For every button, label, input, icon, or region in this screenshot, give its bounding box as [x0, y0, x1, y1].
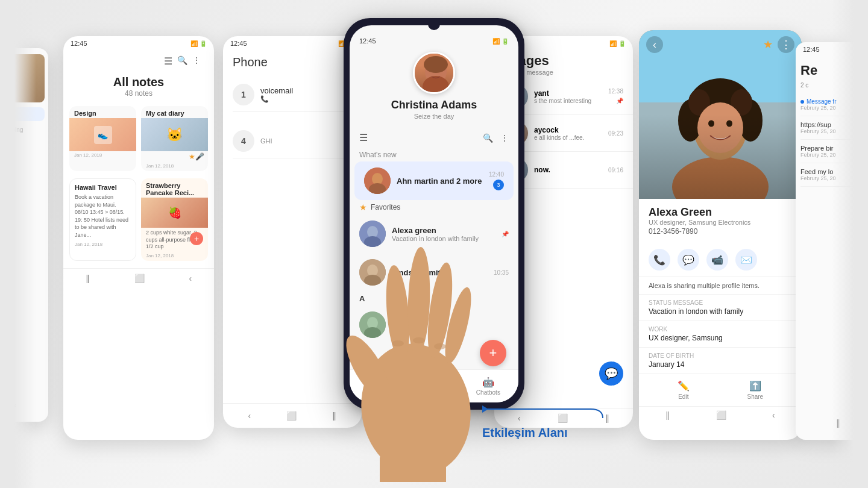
messages-toolbar: ☰ 🔍 ⋮ [350, 127, 518, 148]
nav-item-home[interactable]: ⬜ [134, 274, 145, 283]
home-back-btn[interactable]: ‹ [456, 386, 459, 396]
msgs-right-content-0: yant s the most interesting [534, 89, 591, 104]
phone-num-4: 4 [233, 130, 254, 152]
notes-time: 12:45 [71, 40, 87, 47]
home-indicator: ‖ ‹ [409, 384, 459, 398]
contact-dob-label: Date of birth [649, 352, 792, 359]
contact-back-btn[interactable]: ‹ [646, 36, 663, 53]
phone-time: 12:45 [230, 40, 247, 47]
nav-contacts[interactable]: 👤 Contacts [368, 377, 391, 396]
phone-nav-back[interactable]: ‹ [248, 411, 251, 421]
msgs-right-name-0: yant [534, 89, 591, 98]
msg-content-alexa: Alexa green Vacation in london with fami… [392, 226, 495, 242]
view-all-link[interactable]: View all [0, 111, 41, 117]
msg-item-ahn[interactable]: Ahn martin and 2 more 12:40 3 [354, 161, 514, 200]
contact-edit-btn[interactable]: ✏️ Edit [678, 380, 690, 400]
nav-item-back[interactable]: ‹ [189, 274, 192, 283]
contact-email-btn[interactable]: ✉️ [735, 249, 757, 271]
contact-status-section: Status message Vacation in london with f… [639, 294, 802, 321]
chat-fab-btn[interactable]: 💬 [599, 361, 623, 386]
contact-work-label: Work [649, 326, 792, 333]
msgs-right-time-2: 09:16 [608, 167, 623, 174]
note-add-btn[interactable]: + [190, 232, 203, 245]
note-hawaii[interactable]: Hawaii Travel Book a vacation package to… [69, 178, 136, 261]
note-cat[interactable]: My cat diary 🐱 ★ 🎤 Jan 12, 2018 [141, 106, 208, 171]
messages-menu-icon[interactable]: ☰ [359, 132, 368, 143]
phone-missed[interactable]: 4 GHI [233, 124, 352, 158]
far-right-msg-2[interactable]: Prepare bir Februry 25, 20 [800, 140, 868, 163]
contact-work-section: Work UX designer, Samsung [639, 321, 802, 347]
contact-photo: ‹ ★ ⋮ [639, 30, 802, 199]
contact-nav-recent[interactable]: ‖ [665, 410, 670, 420]
contact-work-value: UX designer, Samsung [649, 334, 792, 342]
contact-actions: 📞 💬 📹 ✉️ [639, 243, 802, 277]
msg-item-aga[interactable]: Aga [350, 305, 518, 344]
note-pancake-title: Strawberry Pancake Reci... [141, 178, 208, 198]
msg-item-lindsey[interactable]: Lindsey Smith 10:35 [350, 253, 518, 292]
contact-call-btn[interactable]: 📞 [649, 249, 670, 271]
contact-nav-back[interactable]: ‹ [772, 410, 775, 420]
far-right-nav[interactable]: ‖ [836, 418, 840, 428]
fab-button[interactable]: + [480, 340, 506, 366]
note-hawaii-title: Hawaii Travel [75, 184, 131, 191]
msgs-right-content-1: aycock e all kinds of ...fee. [534, 126, 584, 141]
msg-badge-ahn: 3 [493, 180, 504, 190]
nav-item-recent[interactable]: ‖ [86, 274, 90, 283]
far-right-title: Re [800, 63, 868, 78]
far-right-sub: 2 c [800, 82, 868, 89]
more-icon[interactable]: ⋮ [192, 55, 201, 67]
home-home-btn[interactable] [428, 384, 441, 398]
msg-content-lindsey: Lindsey Smith [392, 268, 488, 277]
note-cat-img: 🐱 [141, 118, 208, 151]
note-design[interactable]: Design 👟 Jan 12, 2018 [69, 106, 136, 171]
phone-nav-home[interactable]: ⬜ [286, 411, 297, 421]
nav-chatbots[interactable]: 🤖 Chatbots [476, 377, 500, 396]
messages-list: Ahn martin and 2 more 12:40 3 ★ Favorite… [350, 161, 518, 402]
msgs-right-meta-0: 12:38 📌 [608, 88, 623, 105]
msg-time-ahn: 12:40 [489, 171, 504, 178]
note-pancake[interactable]: Strawberry Pancake Reci... 🍓 2 cups whit… [141, 178, 208, 261]
phone-nav-recent[interactable]: ‖ [332, 411, 336, 421]
phone-num-1: 1 [233, 84, 254, 105]
msg-preview-alexa: Vacation in london with family [392, 235, 495, 242]
profile-avatar[interactable] [413, 52, 455, 94]
contact-share-btn[interactable]: ⬆️ Share [747, 380, 763, 400]
msg-meta-alexa: 📌 [502, 231, 509, 237]
contact-favorite-star[interactable]: ★ [763, 38, 773, 51]
notes-bottom-nav: ‖ ⬜ ‹ [63, 268, 214, 286]
far-right-msg-3[interactable]: Feed my lo Februry 25, 20 [800, 163, 868, 187]
far-right-label-3: Feed my lo [800, 168, 868, 175]
contact-nav-home[interactable]: ⬜ [716, 410, 726, 420]
notes-status-icons: 📶🔋 [190, 40, 207, 47]
main-phone-device: 12:45 📶 🔋 [344, 18, 524, 410]
msgs-right-name-1: aycock [534, 126, 584, 134]
notes-grid: Design 👟 Jan 12, 2018 My cat diary 🐱 ★ 🎤… [63, 106, 214, 261]
contact-more-btn[interactable]: ⋮ [778, 36, 794, 53]
contact-sharing-note: Alexa is sharing multiple profile items. [639, 277, 802, 294]
far-right-msg-1[interactable]: https://sup Februry 25, 20 [800, 116, 868, 140]
contact-toolbar: ‹ ★ ⋮ [639, 30, 802, 59]
msg-item-alexa[interactable]: Alexa green Vacation in london with fami… [350, 214, 518, 253]
note-design-title: Design [69, 106, 136, 118]
phone-status-bar: 12:45 📶🔋 [223, 36, 362, 51]
hamburger-icon[interactable]: ☰ [164, 55, 172, 67]
contact-phone[interactable]: 012-3456-7890 [649, 227, 792, 236]
nav-prev[interactable]: ‹ [14, 400, 17, 410]
home-recent-btn[interactable]: ‖ [409, 386, 414, 397]
contact-msg-btn[interactable]: 💬 [678, 249, 699, 271]
messages-search-icon[interactable]: 🔍 [483, 133, 493, 143]
whats-new-label: What's new [350, 148, 518, 161]
screen-far-left: $80 48 View all 🛒 Shopping ‹ [0, 48, 48, 422]
phone-voicemail[interactable]: 1 voicemail 📞 [233, 78, 352, 112]
contact-video-btn[interactable]: 📹 [706, 249, 728, 271]
far-right-date-0: Februry 25, 20 [800, 105, 868, 111]
msg-name-alexa: Alexa green [392, 226, 495, 235]
annotation-text: Etkileşim Alanı [482, 426, 568, 440]
far-right-msg-0[interactable]: Message fr Februry 25, 20 [800, 93, 868, 116]
search-icon[interactable]: 🔍 [177, 55, 187, 67]
note-cat-star: ★ [189, 152, 195, 161]
note-design-date: Jan 12, 2018 [69, 151, 136, 160]
messages-more-icon[interactable]: ⋮ [500, 133, 509, 143]
price-tag: $80 [0, 92, 2, 100]
phone-notch [428, 18, 440, 30]
